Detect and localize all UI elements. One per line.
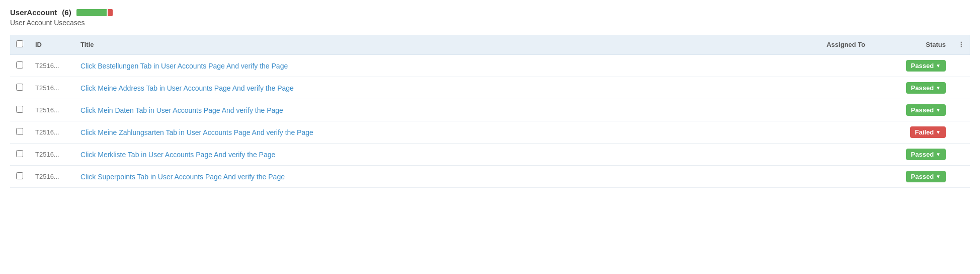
row-menu-cell	[952, 121, 970, 144]
table-row: T2516... Click Mein Daten Tab in User Ac…	[10, 99, 970, 121]
dropdown-caret-icon: ▼	[936, 107, 941, 113]
row-title[interactable]: Click Meine Address Tab in User Accounts…	[74, 77, 781, 99]
status-label: Passed	[911, 106, 934, 114]
row-assigned-to	[781, 121, 871, 144]
row-menu-cell	[952, 77, 970, 99]
status-button[interactable]: Failed ▼	[910, 126, 946, 138]
row-menu-cell	[952, 166, 970, 188]
progress-red	[108, 9, 113, 16]
status-button[interactable]: Passed ▼	[906, 171, 946, 182]
header-checkbox-cell	[10, 35, 29, 55]
header-assigned-to: Assigned To	[781, 35, 871, 55]
row-title[interactable]: Click Bestellungen Tab in User Accounts …	[74, 55, 781, 77]
row-title[interactable]: Click Merkliste Tab in User Accounts Pag…	[74, 144, 781, 166]
row-id: T2516...	[29, 121, 74, 144]
status-label: Passed	[911, 84, 934, 92]
status-button[interactable]: Passed ▼	[906, 149, 946, 160]
status-button[interactable]: Passed ▼	[906, 60, 946, 72]
select-all-checkbox[interactable]	[16, 40, 23, 47]
title-row: UserAccount (6)	[10, 8, 970, 17]
status-label: Failed	[915, 128, 934, 136]
row-menu-cell	[952, 99, 970, 121]
row-status: Passed ▼	[871, 55, 952, 77]
subtitle: User Account Usecases	[10, 19, 970, 27]
row-checkbox-cell	[10, 77, 29, 99]
row-checkbox[interactable]	[16, 61, 23, 68]
table-row: T2516... Click Bestellungen Tab in User …	[10, 55, 970, 77]
row-checkbox-cell	[10, 99, 29, 121]
test-case-link[interactable]: Click Merkliste Tab in User Accounts Pag…	[80, 151, 275, 159]
row-id: T2516...	[29, 144, 74, 166]
section-title: UserAccount	[10, 8, 57, 17]
count-badge: (6)	[62, 8, 71, 17]
row-assigned-to	[781, 55, 871, 77]
row-id: T2516...	[29, 99, 74, 121]
dropdown-caret-icon: ▼	[936, 85, 941, 91]
row-assigned-to	[781, 144, 871, 166]
header-section: UserAccount (6) User Account Usecases	[10, 8, 970, 27]
progress-green	[76, 9, 107, 16]
row-assigned-to	[781, 166, 871, 188]
row-status: Passed ▼	[871, 77, 952, 99]
row-checkbox[interactable]	[16, 84, 23, 91]
header-title: Title	[74, 35, 781, 55]
dropdown-caret-icon: ▼	[936, 174, 941, 179]
row-menu-cell	[952, 55, 970, 77]
row-menu-cell	[952, 144, 970, 166]
row-assigned-to	[781, 99, 871, 121]
row-checkbox[interactable]	[16, 172, 23, 179]
row-id: T2516...	[29, 166, 74, 188]
row-checkbox[interactable]	[16, 106, 23, 113]
test-case-link[interactable]: Click Superpoints Tab in User Accounts P…	[80, 173, 285, 181]
table-row: T2516... Click Meine Address Tab in User…	[10, 77, 970, 99]
row-checkbox-cell	[10, 166, 29, 188]
table-row: T2516... Click Meine Zahlungsarten Tab i…	[10, 121, 970, 144]
test-case-link[interactable]: Click Meine Zahlungsarten Tab in User Ac…	[80, 128, 313, 136]
row-status: Passed ▼	[871, 166, 952, 188]
row-status: Passed ▼	[871, 99, 952, 121]
status-label: Passed	[911, 151, 934, 158]
dropdown-caret-icon: ▼	[936, 63, 941, 68]
row-title[interactable]: Click Meine Zahlungsarten Tab in User Ac…	[74, 121, 781, 144]
test-case-link[interactable]: Click Bestellungen Tab in User Accounts …	[80, 62, 288, 70]
row-title[interactable]: Click Mein Daten Tab in User Accounts Pa…	[74, 99, 781, 121]
row-checkbox-cell	[10, 144, 29, 166]
test-case-link[interactable]: Click Meine Address Tab in User Accounts…	[80, 84, 294, 92]
status-label: Passed	[911, 62, 934, 70]
status-label: Passed	[911, 173, 934, 180]
table-row: T2516... Click Merkliste Tab in User Acc…	[10, 144, 970, 166]
row-assigned-to	[781, 77, 871, 99]
row-checkbox-cell	[10, 55, 29, 77]
row-status: Passed ▼	[871, 144, 952, 166]
column-toggle-icon[interactable]: ⁝	[958, 40, 964, 49]
status-button[interactable]: Passed ▼	[906, 82, 946, 94]
status-button[interactable]: Passed ▼	[906, 104, 946, 116]
test-case-link[interactable]: Click Mein Daten Tab in User Accounts Pa…	[80, 106, 283, 114]
header-id: ID	[29, 35, 74, 55]
row-checkbox[interactable]	[16, 128, 23, 135]
header-status: Status	[871, 35, 952, 55]
row-id: T2516...	[29, 55, 74, 77]
dropdown-caret-icon: ▼	[936, 152, 941, 157]
row-checkbox-cell	[10, 121, 29, 144]
test-cases-table: ID Title Assigned To Status ⁝ T2516... C…	[10, 35, 970, 188]
row-checkbox[interactable]	[16, 150, 23, 157]
table-row: T2516... Click Superpoints Tab in User A…	[10, 166, 970, 188]
header-column-toggle[interactable]: ⁝	[952, 35, 970, 55]
row-id: T2516...	[29, 77, 74, 99]
row-status: Failed ▼	[871, 121, 952, 144]
dropdown-caret-icon: ▼	[936, 129, 941, 135]
progress-bar	[76, 9, 113, 17]
table-header-row: ID Title Assigned To Status ⁝	[10, 35, 970, 55]
row-title[interactable]: Click Superpoints Tab in User Accounts P…	[74, 166, 781, 188]
